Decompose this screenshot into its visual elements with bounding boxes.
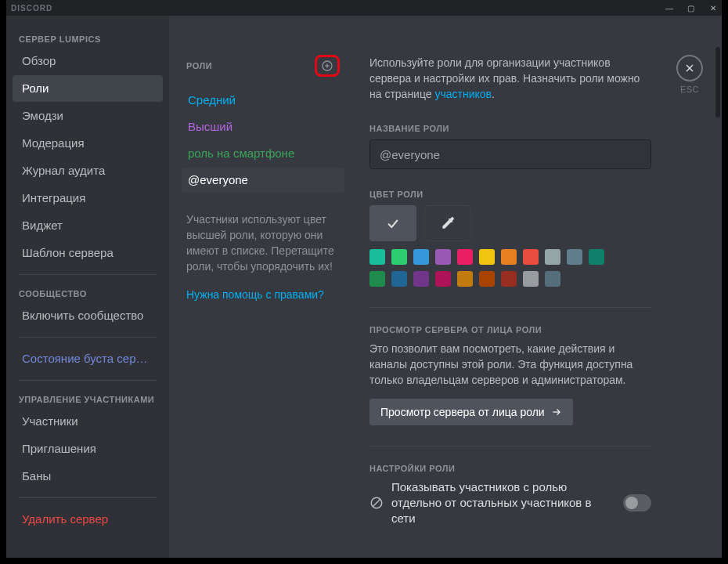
color-swatch[interactable] xyxy=(435,271,451,287)
sidebar-item-members[interactable]: Участники xyxy=(13,408,163,435)
sidebar-section-members: УПРАВЛЕНИЕ УЧАСТНИКАМИ xyxy=(9,389,166,407)
sidebar-item-overview[interactable]: Обзор xyxy=(13,48,163,74)
role-perms-label: НАСТРОЙКИ РОЛИ xyxy=(369,464,651,473)
color-swatch[interactable] xyxy=(501,271,517,287)
arrow-right-icon xyxy=(551,407,562,418)
color-swatch[interactable] xyxy=(545,249,560,265)
sidebar-item-enable-community[interactable]: Включить сообщество xyxy=(13,302,163,329)
color-swatch[interactable] xyxy=(369,271,385,287)
content-scrollbar[interactable] xyxy=(715,16,720,558)
sidebar-divider xyxy=(19,274,157,275)
color-swatch[interactable] xyxy=(523,271,539,287)
roles-help-link[interactable]: Нужна помощь с правами? xyxy=(186,288,340,301)
svg-line-7 xyxy=(373,500,380,507)
perm-display-separately-toggle[interactable] xyxy=(623,494,651,512)
check-icon xyxy=(385,215,401,231)
sidebar-item-emoji[interactable]: Эмодзи xyxy=(13,103,163,129)
sidebar-item-moderation[interactable]: Модерация xyxy=(13,130,163,157)
color-swatch[interactable] xyxy=(369,249,385,265)
disabled-icon xyxy=(369,496,384,510)
window-controls: — ▢ ✕ xyxy=(665,4,717,13)
role-settings-content: ESC Используйте роли для организации уча… xyxy=(354,16,722,558)
roles-column: РОЛИ Средний Высший роль на смартфоне @e… xyxy=(169,16,354,558)
sidebar-item-roles[interactable]: Роли xyxy=(13,75,163,102)
sidebar-item-invites[interactable]: Приглашения xyxy=(13,436,163,462)
members-page-link[interactable]: участников xyxy=(434,88,492,100)
color-default-swatch[interactable] xyxy=(369,205,416,241)
color-swatch[interactable] xyxy=(413,271,429,287)
sidebar-item-template[interactable]: Шаблон сервера xyxy=(13,240,163,266)
role-preview-desc: Это позволит вам посмотреть, какие дейст… xyxy=(369,341,651,388)
role-name-input[interactable] xyxy=(369,139,651,169)
sidebar-item-widget[interactable]: Виджет xyxy=(13,212,163,239)
close-window-button[interactable]: ✕ xyxy=(709,4,717,13)
scrollbar-thumb[interactable] xyxy=(715,47,720,118)
color-swatch[interactable] xyxy=(479,249,495,265)
settings-sidebar: СЕРВЕР LUMPICS Обзор Роли Эмодзи Модерац… xyxy=(6,16,169,558)
color-swatch[interactable] xyxy=(457,249,473,265)
color-swatch-grid xyxy=(369,249,620,287)
esc-wrap: ESC xyxy=(676,55,703,94)
color-swatch[interactable] xyxy=(589,249,604,265)
role-preview-section: ПРОСМОТР СЕРВЕРА ОТ ЛИЦА РОЛИ Это позвол… xyxy=(369,325,651,425)
role-perms-section: НАСТРОЙКИ РОЛИ Показывать участников с р… xyxy=(369,464,651,526)
sidebar-item-audit-log[interactable]: Журнал аудита xyxy=(13,157,163,184)
sidebar-item-delete-server[interactable]: Удалить сервер xyxy=(13,506,163,533)
sidebar-divider xyxy=(19,380,157,381)
esc-label: ESC xyxy=(676,85,703,94)
sidebar-divider xyxy=(19,337,157,338)
color-swatch[interactable] xyxy=(413,249,429,265)
role-color-label: ЦВЕТ РОЛИ xyxy=(369,190,651,199)
sidebar-item-bans[interactable]: Баны xyxy=(13,463,163,490)
color-swatch[interactable] xyxy=(479,271,495,287)
color-swatch[interactable] xyxy=(391,249,407,265)
sidebar-item-boost-status[interactable]: Состояние буста серв… xyxy=(13,345,163,372)
sidebar-divider xyxy=(19,497,157,498)
role-item[interactable]: Высший xyxy=(182,114,344,139)
minimize-button[interactable]: — xyxy=(665,4,673,13)
titlebar: DISCORD — ▢ ✕ xyxy=(6,0,722,16)
color-swatch[interactable] xyxy=(545,271,560,287)
eyedropper-icon xyxy=(440,215,456,231)
color-swatch[interactable] xyxy=(457,271,473,287)
sidebar-item-integrations[interactable]: Интеграция xyxy=(13,185,163,212)
color-swatch[interactable] xyxy=(391,271,407,287)
roles-help-text: Участники используют цвет высшей роли, к… xyxy=(186,212,340,274)
role-item[interactable]: Средний xyxy=(182,88,344,113)
divider xyxy=(369,307,651,308)
close-settings-button[interactable] xyxy=(676,55,703,81)
role-color-section: ЦВЕТ РОЛИ xyxy=(369,190,651,287)
role-preview-label: ПРОСМОТР СЕРВЕРА ОТ ЛИЦА РОЛИ xyxy=(369,325,651,334)
role-item-everyone[interactable]: @everyone xyxy=(182,168,344,193)
color-swatch[interactable] xyxy=(435,249,451,265)
perm-display-separately: Показывать участников с ролью отдельно о… xyxy=(391,479,615,526)
role-item[interactable]: роль на смартфоне xyxy=(182,141,344,166)
screenshot-highlight xyxy=(315,55,340,77)
color-swatch[interactable] xyxy=(523,249,539,265)
color-picker-swatch[interactable] xyxy=(424,205,471,241)
view-as-role-button[interactable]: Просмотр сервера от лица роли xyxy=(369,399,573,425)
add-role-icon[interactable] xyxy=(321,60,333,72)
divider xyxy=(369,446,651,446)
color-swatch[interactable] xyxy=(501,249,517,265)
role-name-label: НАЗВАНИЕ РОЛИ xyxy=(369,124,651,133)
discord-brand: DISCORD xyxy=(11,4,52,13)
maximize-button[interactable]: ▢ xyxy=(687,4,695,13)
color-swatch[interactable] xyxy=(567,249,582,265)
roles-header: РОЛИ xyxy=(186,61,212,70)
role-name-section: НАЗВАНИЕ РОЛИ xyxy=(369,124,651,169)
sidebar-section-server: СЕРВЕР LUMPICS xyxy=(9,28,166,47)
sidebar-section-community: СООБЩЕСТВО xyxy=(9,283,166,302)
roles-intro: Используйте роли для организации участни… xyxy=(369,55,651,102)
